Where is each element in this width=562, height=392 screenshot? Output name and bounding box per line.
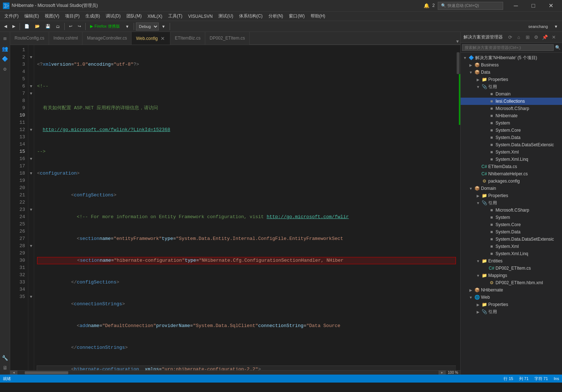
tree-ref-sysxml[interactable]: ■ System.Xml [461, 148, 562, 156]
tree-business[interactable]: ▶ 📦 Business [461, 61, 562, 69]
scroll-left-button[interactable]: ◀ [10, 371, 17, 375]
hscroll-track[interactable] [17, 371, 438, 375]
menu-build[interactable]: 生成(B) [82, 12, 103, 20]
tree-domain-ref-mscsharp[interactable]: ■ Microsoft.CSharp [461, 207, 562, 214]
sidebar-toolbox-icon[interactable]: 🔧 [1, 354, 9, 362]
tree-web-refs[interactable]: ▶ 📎 引用 [461, 308, 562, 315]
se-sync-button[interactable]: ⟳ [506, 33, 514, 41]
menu-file[interactable]: 文件(F) [1, 12, 21, 20]
tree-ref-systemcore[interactable]: ■ System.Core [461, 127, 562, 134]
tree-domain-refs[interactable]: ▼ 📎 引用 [461, 199, 562, 207]
quick-launch-input[interactable]: 🔍 快速启动 (Ctrl+Q) [438, 2, 503, 10]
maximize-button[interactable]: □ [525, 0, 542, 12]
hscroll-thumb[interactable] [25, 371, 68, 374]
notification-bell[interactable]: 🔔 [424, 3, 429, 9]
menu-architecture[interactable]: 体系结构(C) [236, 12, 266, 20]
tree-domain-ref-sysdataset[interactable]: ■ System.Data.DataSetExtensic [461, 236, 562, 243]
tree-ref-iesi[interactable]: ■ Iesi.Collections [461, 98, 562, 105]
save-all-button[interactable]: 🗂 [53, 22, 62, 31]
menu-test[interactable]: 测试(U) [215, 12, 236, 20]
tree-packages[interactable]: ⚙ packages.config [461, 177, 562, 185]
menu-team[interactable]: 团队(M) [124, 12, 145, 20]
tree-mappings-folder[interactable]: ▼ 📁 Mappings [461, 272, 562, 279]
config-select[interactable]: Debug [136, 23, 159, 30]
tree-domain-ref-systemcore[interactable]: ■ System.Core [461, 221, 562, 228]
tree-nhibernate-project[interactable]: ▶ 📦 NHibernate [461, 286, 562, 294]
tree-web-project[interactable]: ▼ 🌐 Web [461, 294, 562, 301]
tree-ref-domain[interactable]: ■ Domain [461, 90, 562, 98]
editor-scrollbar[interactable] [456, 45, 460, 370]
tree-domain-project[interactable]: ▼ 📦 Domain [461, 185, 562, 192]
se-filter-button[interactable]: ⊞ [523, 33, 531, 41]
tree-ref-sysxmllinq[interactable]: ■ System.Xml.Linq [461, 156, 562, 163]
config-dropdown[interactable]: ▼ [159, 22, 168, 31]
user-dropdown[interactable]: ▼ [551, 22, 561, 31]
horizontal-scrollbar[interactable]: ◀ ▶ 100 % [10, 370, 460, 375]
fold-16[interactable]: ▼ [28, 155, 34, 163]
minimize-button[interactable]: ─ [508, 0, 524, 12]
se-home-button[interactable]: ⌂ [515, 33, 523, 41]
tree-ref-mscsharp[interactable]: ■ Microsoft.CSharp [461, 105, 562, 112]
sidebar-class-icon[interactable]: 🔷 [1, 54, 9, 63]
fold-18[interactable]: ▼ [28, 170, 34, 177]
tab-manage[interactable]: ManageController.cs [82, 32, 132, 45]
tab-webconfig-close[interactable]: ✕ [160, 36, 166, 41]
tree-web-properties[interactable]: ▶ 📁 Properties [461, 301, 562, 308]
tree-entities-folder[interactable]: ▼ 📁 Entities [461, 257, 562, 265]
tab-dp002[interactable]: DP002_ETItem.cs [205, 32, 250, 45]
menu-debug[interactable]: 调试(D) [103, 12, 124, 20]
scroll-right-button[interactable]: ▶ [438, 371, 446, 375]
close-button[interactable]: ✕ [542, 0, 559, 12]
tree-domain-properties[interactable]: ▶ 📁 Properties [461, 192, 562, 199]
solution-search-input[interactable] [462, 44, 554, 51]
tab-routeconfig[interactable]: RouteConfig.cs [10, 32, 49, 45]
undo-button[interactable]: ↩ [66, 22, 75, 31]
tree-ref-system[interactable]: ■ System [461, 119, 562, 127]
fold-35[interactable]: ▼ [28, 293, 34, 301]
menu-view[interactable]: 视图(V) [42, 12, 62, 20]
menu-edit[interactable]: 编辑(E) [21, 12, 42, 20]
save-button[interactable]: 💾 [43, 22, 53, 31]
sidebar-server-icon[interactable]: 🖥 [1, 364, 9, 372]
sidebar-team-icon[interactable]: 👥 [1, 44, 9, 53]
redo-button[interactable]: ↪ [75, 22, 84, 31]
tree-etitemdata[interactable]: C# ETItemData.cs [461, 163, 562, 170]
tree-data-refs[interactable]: ▼ 📎 引用 [461, 83, 562, 90]
tab-webconfig[interactable]: Web.config ✕ [132, 32, 170, 45]
menu-help[interactable]: 帮助(H) [308, 12, 328, 20]
se-dock-button[interactable]: 📌 [541, 33, 549, 41]
tree-ref-sysdata[interactable]: ■ System.Data [461, 134, 562, 141]
new-file-button[interactable]: 📄 [22, 22, 32, 31]
tree-ref-nhibernate[interactable]: ■ NHibernate [461, 112, 562, 119]
sidebar-solution-icon[interactable]: ⊞ [1, 34, 9, 43]
tree-domain-ref-sysxml[interactable]: ■ System.Xml [461, 243, 562, 250]
editor-scroll-thumb[interactable] [457, 52, 460, 74]
tab-index[interactable]: Index.cshtml [49, 32, 82, 45]
tree-data-properties[interactable]: ▶ 📁 Properties [461, 76, 562, 83]
se-settings-button[interactable]: ⚙ [532, 33, 540, 41]
tab-etitembiz[interactable]: ETItemBiz.cs [170, 32, 205, 45]
tree-domain-ref-sysdata[interactable]: ■ System.Data [461, 228, 562, 236]
tree-data[interactable]: ▼ 📦 Data [461, 69, 562, 76]
menu-visualsvn[interactable]: VISUALSVN [185, 13, 215, 20]
tree-solution[interactable]: ▼ 🔷 解决方案'NHibernate' (5 个项目) [461, 54, 562, 61]
fold-2[interactable]: ▼ [28, 54, 34, 61]
forward-button[interactable]: ▶ [10, 22, 18, 31]
menu-tools[interactable]: 工具(T) [165, 12, 185, 20]
tree-domain-ref-sysxmllinq[interactable]: ■ System.Xml.Linq [461, 250, 562, 257]
fold-23[interactable]: ▼ [28, 206, 34, 213]
open-button[interactable]: 📂 [32, 22, 43, 31]
tree-domain-ref-system[interactable]: ■ System [461, 214, 562, 221]
fold-6[interactable]: ▼ [28, 83, 34, 90]
chevron-down-icon[interactable]: ▼ [456, 39, 459, 44]
fold-7[interactable]: ▼ [28, 90, 34, 97]
tree-nhibhelper[interactable]: C# NhibernateHelper.cs [461, 170, 562, 177]
menu-analyze[interactable]: 分析(N) [266, 12, 286, 20]
menu-project[interactable]: 项目(P) [62, 12, 82, 20]
tab-overflow[interactable]: ▼ [455, 39, 460, 45]
menu-window[interactable]: 窗口(W) [286, 12, 307, 20]
se-close-button[interactable]: ✕ [550, 33, 558, 41]
editor[interactable]: 1 2 3 4 5 6 7 8 9 10 11 12 13 14 15 16 1… [10, 45, 460, 370]
tree-dp002-hbm[interactable]: ⚙ DP002_ETItem.hbm.xml [461, 279, 562, 286]
code-area[interactable]: <?xml version="1.0" encoding="utf-8"?> <… [34, 45, 456, 370]
